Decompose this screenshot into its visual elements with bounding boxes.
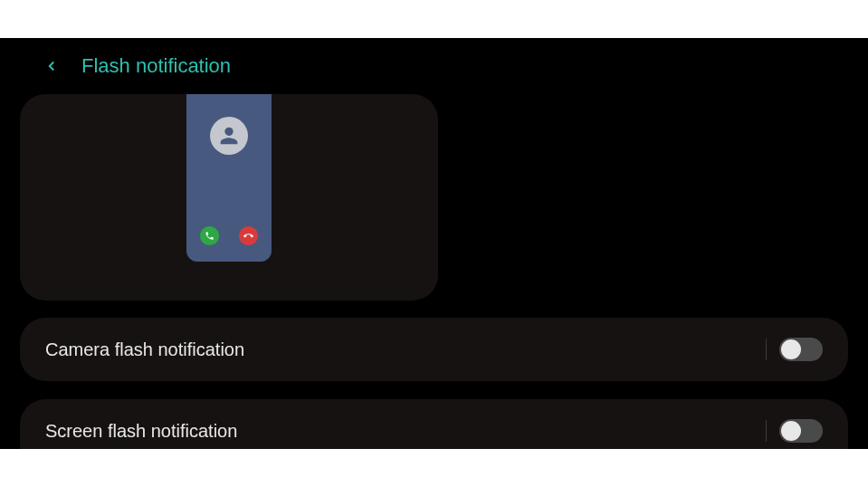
call-buttons	[200, 226, 258, 245]
toggle-thumb	[781, 339, 801, 359]
preview-card	[20, 94, 438, 301]
divider	[766, 420, 767, 442]
person-icon	[216, 123, 242, 148]
phone-preview	[186, 94, 272, 262]
screen-flash-label: Screen flash notification	[45, 421, 237, 442]
camera-flash-setting[interactable]: Camera flash notification	[20, 318, 848, 381]
toggle-thumb	[781, 421, 801, 441]
chevron-left-icon	[43, 58, 60, 74]
divider	[766, 339, 767, 360]
screen-flash-toggle[interactable]	[779, 419, 823, 443]
decline-call-button	[239, 226, 258, 245]
camera-flash-toggle[interactable]	[779, 338, 823, 361]
avatar	[210, 117, 248, 155]
screen-flash-setting[interactable]: Screen flash notification	[20, 399, 848, 450]
phone-hangup-icon	[243, 231, 253, 241]
camera-flash-label: Camera flash notification	[45, 339, 244, 360]
top-letterbox	[0, 0, 868, 38]
toggle-wrap	[766, 338, 823, 361]
header: Flash notification	[0, 38, 868, 94]
toggle-wrap	[766, 419, 823, 443]
phone-icon	[205, 231, 215, 241]
accept-call-button	[200, 226, 219, 245]
bottom-letterbox	[0, 449, 868, 487]
page-title: Flash notification	[81, 54, 231, 78]
back-button[interactable]	[43, 58, 60, 74]
